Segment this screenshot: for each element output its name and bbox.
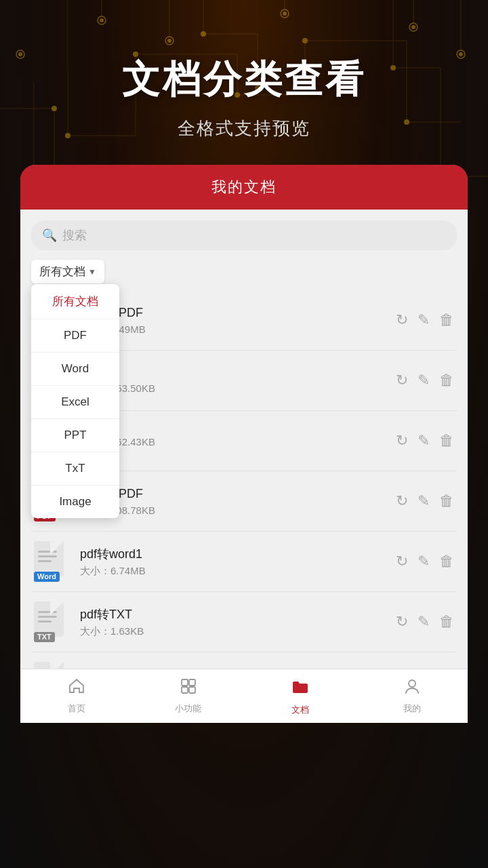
chevron-down-icon: ▼ [88, 267, 96, 277]
doc-name-4: word转PDF [80, 486, 396, 502]
delete-icon[interactable]: 🗑 [439, 492, 454, 510]
doc-info-5: pdf转word1 大小：6.74MB [80, 546, 396, 578]
edit-icon[interactable]: ✎ [418, 492, 430, 510]
filter-option-all[interactable]: 所有文档 [31, 284, 119, 319]
doc-actions-1: ↻ ✎ 🗑 [396, 311, 454, 329]
nav-label-docs: 文档 [291, 704, 309, 716]
edit-icon[interactable]: ✎ [418, 553, 430, 570]
hero-title: 文档分类查看 [0, 54, 488, 106]
main-card: 我的文档 🔍 搜索 所有文档 ▼ 所有文档 PDF Word Excel PPT… [20, 165, 468, 723]
list-item: TXT pdf转TXT 大小：1.63KB ↻ ✎ 🗑 [31, 592, 457, 652]
doc-actions-2: ↻ ✎ 🗑 [396, 372, 454, 389]
search-placeholder: 搜索 [62, 227, 87, 243]
doc-actions-5: ↻ ✎ 🗑 [396, 553, 454, 570]
delete-icon[interactable]: 🗑 [439, 432, 454, 450]
nav-item-home[interactable]: 首页 [20, 669, 132, 723]
svg-rect-50 [189, 679, 195, 686]
list-item: Word pdf转word1 大小：6.74MB ↻ ✎ 🗑 [31, 532, 457, 592]
filter-current-label: 所有文档 [39, 264, 85, 279]
refresh-icon[interactable]: ↻ [396, 553, 408, 570]
filter-option-image[interactable]: Image [31, 486, 119, 518]
home-icon [68, 677, 85, 700]
nav-item-tools[interactable]: 小功能 [132, 669, 244, 723]
svg-point-53 [409, 680, 415, 687]
doc-size-2: 大小：353.50KB [80, 382, 396, 395]
doc-name-2: word [80, 366, 396, 380]
delete-icon[interactable]: 🗑 [439, 311, 454, 329]
doc-info-3: 大小：362.43KB [80, 433, 396, 449]
edit-icon[interactable]: ✎ [418, 613, 430, 631]
folder-icon [291, 677, 310, 701]
doc-size-4: 大小：108.78KB [80, 505, 396, 517]
refresh-icon[interactable]: ↻ [396, 492, 408, 510]
filter-option-word[interactable]: Word [31, 353, 119, 386]
doc-size-1: 大小：1.49MB [80, 323, 396, 336]
refresh-icon[interactable]: ↻ [396, 372, 408, 389]
edit-icon[interactable]: ✎ [418, 432, 430, 450]
nav-label-home: 首页 [68, 703, 85, 715]
doc-icon-5: Word [34, 541, 70, 582]
edit-icon[interactable]: ✎ [418, 372, 430, 389]
nav-item-profile[interactable]: 我的 [356, 669, 468, 723]
badge-word-5: Word [34, 572, 60, 582]
svg-rect-49 [182, 679, 188, 686]
doc-size-3: 大小：362.43KB [80, 436, 396, 449]
delete-icon[interactable]: 🗑 [439, 372, 454, 389]
edit-icon[interactable]: ✎ [418, 311, 430, 329]
filter-button[interactable]: 所有文档 ▼ [31, 260, 104, 283]
refresh-icon[interactable]: ↻ [396, 432, 408, 450]
profile-icon [403, 677, 421, 700]
doc-info-2: word 大小：353.50KB [80, 366, 396, 395]
filter-dropdown: 所有文档 PDF Word Excel PPT TxT Image [31, 284, 119, 518]
filter-option-excel[interactable]: Excel [31, 386, 119, 419]
nav-label-tools: 小功能 [175, 703, 201, 715]
doc-info-6: pdf转TXT 大小：1.63KB [80, 606, 396, 638]
doc-actions-6: ↻ ✎ 🗑 [396, 613, 454, 631]
doc-actions-3: ↻ ✎ 🗑 [396, 432, 454, 450]
doc-size-6: 大小：1.63KB [80, 625, 396, 638]
card-body: 🔍 搜索 所有文档 ▼ 所有文档 PDF Word Excel PPT TxT … [20, 210, 468, 723]
nav-label-profile: 我的 [403, 703, 421, 715]
search-icon: 🔍 [42, 228, 57, 243]
card-header: 我的文档 [20, 165, 468, 210]
doc-icon-6: TXT [34, 601, 70, 642]
nav-item-docs[interactable]: 文档 [244, 669, 356, 723]
badge-txt-6: TXT [34, 632, 55, 642]
hero-subtitle: 全格式支持预览 [0, 117, 488, 140]
svg-rect-52 [189, 687, 195, 693]
tools-icon [180, 677, 197, 700]
doc-info-4: word转PDF 大小：108.78KB [80, 486, 396, 517]
delete-icon[interactable]: 🗑 [439, 553, 454, 570]
filter-row: 所有文档 ▼ 所有文档 PDF Word Excel PPT TxT Image [31, 260, 457, 283]
doc-size-5: 大小：6.74MB [80, 565, 396, 578]
refresh-icon[interactable]: ↻ [396, 311, 408, 329]
filter-option-pdf[interactable]: PDF [31, 319, 119, 353]
filter-option-ppt[interactable]: PPT [31, 419, 119, 452]
doc-name-1: word转PDF [80, 304, 396, 321]
bottom-nav: 首页 小功能 文档 [20, 669, 468, 723]
search-bar[interactable]: 🔍 搜索 [31, 220, 457, 250]
filter-option-txt[interactable]: TxT [31, 452, 119, 486]
doc-info-1: word转PDF 大小：1.49MB [80, 304, 396, 336]
doc-name-5: pdf转word1 [80, 546, 396, 562]
card-title: 我的文档 [211, 178, 277, 195]
svg-rect-51 [182, 687, 188, 693]
refresh-icon[interactable]: ↻ [396, 613, 408, 631]
doc-name-6: pdf转TXT [80, 606, 396, 623]
doc-actions-4: ↻ ✎ 🗑 [396, 492, 454, 510]
delete-icon[interactable]: 🗑 [439, 613, 454, 631]
